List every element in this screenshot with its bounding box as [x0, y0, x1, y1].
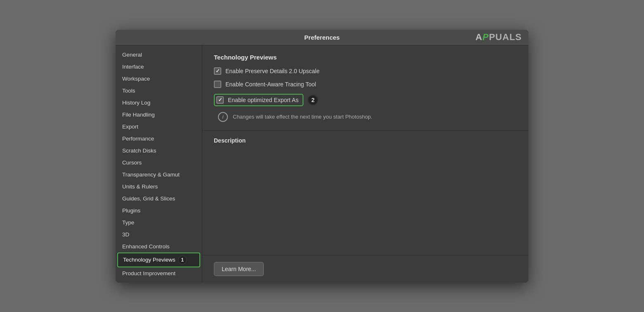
step-badge-2: 2 — [308, 95, 318, 105]
sidebar-item-3d[interactable]: 3D — [116, 229, 202, 241]
option-content-aware: Enable Content-Aware Tracing Tool — [214, 81, 517, 88]
info-text: Changes will take effect the next time y… — [233, 114, 372, 120]
learn-more-button[interactable]: Learn More... — [214, 262, 264, 276]
sidebar: GeneralInterfaceWorkspaceToolsHistory Lo… — [116, 45, 202, 283]
sidebar-item-scratch-disks[interactable]: Scratch Disks — [116, 145, 202, 157]
description-title: Description — [214, 137, 517, 144]
info-row: i Changes will take effect the next time… — [218, 112, 517, 122]
preserve-details-checkbox[interactable] — [214, 67, 221, 75]
option-preserve-details: Enable Preserve Details 2.0 Upscale — [214, 67, 517, 75]
watermark: APPUALS — [476, 32, 522, 43]
sidebar-item-performance[interactable]: Performance — [116, 133, 202, 145]
step-badge-1: 1 — [178, 255, 187, 264]
title-bar: Preferences APPUALS — [116, 30, 528, 45]
highlighted-row: Enable optimized Export As 2 — [214, 94, 318, 106]
sidebar-item-guides-grid[interactable]: Guides, Grid & Slices — [116, 193, 202, 205]
sidebar-item-workspace[interactable]: Workspace — [116, 73, 202, 85]
window-title: Preferences — [304, 34, 340, 41]
content-aware-text: Enable Content-Aware Tracing Tool — [225, 81, 316, 88]
sidebar-item-cursors[interactable]: Cursors — [116, 157, 202, 169]
info-icon: i — [218, 112, 228, 122]
highlighted-box: Enable optimized Export As — [214, 94, 303, 106]
sidebar-item-plugins[interactable]: Plugins — [116, 205, 202, 217]
sidebar-item-label: Technology Previews — [123, 257, 175, 263]
technology-previews-section: Technology Previews Enable Preserve Deta… — [202, 45, 528, 131]
optimized-export-label[interactable]: Enable optimized Export As — [216, 96, 298, 104]
sidebar-item-general[interactable]: General — [116, 49, 202, 61]
sidebar-item-technology-previews[interactable]: Technology Previews1 — [117, 252, 200, 267]
preserve-details-text: Enable Preserve Details 2.0 Upscale — [225, 68, 320, 74]
optimized-export-checkbox[interactable] — [216, 96, 224, 104]
section-title: Technology Previews — [214, 54, 517, 61]
content-aware-checkbox[interactable] — [214, 81, 221, 88]
main-content: Technology Previews Enable Preserve Deta… — [202, 45, 528, 283]
sidebar-item-product-improvement[interactable]: Product Improvement — [116, 267, 202, 279]
sidebar-item-file-handling[interactable]: File Handling — [116, 109, 202, 121]
sidebar-item-transparency-gamut[interactable]: Transparency & Gamut — [116, 169, 202, 181]
sidebar-badge-wrapper: Technology Previews1 — [123, 255, 194, 264]
preferences-window: Preferences APPUALS GeneralInterfaceWork… — [116, 30, 528, 283]
sidebar-item-type[interactable]: Type — [116, 217, 202, 229]
description-section: Description — [202, 131, 528, 255]
sidebar-item-enhanced-controls[interactable]: Enhanced Controls — [116, 241, 202, 252]
sidebar-item-units-rulers[interactable]: Units & Rulers — [116, 181, 202, 193]
content-aware-label[interactable]: Enable Content-Aware Tracing Tool — [214, 81, 316, 88]
sidebar-item-export[interactable]: Export — [116, 121, 202, 133]
sidebar-item-history-log[interactable]: History Log — [116, 97, 202, 109]
option-optimized-export: Enable optimized Export As 2 — [214, 94, 517, 106]
optimized-export-text: Enable optimized Export As — [228, 97, 298, 103]
content-area: GeneralInterfaceWorkspaceToolsHistory Lo… — [116, 45, 528, 283]
sidebar-item-tools[interactable]: Tools — [116, 85, 202, 97]
footer: Learn More... — [202, 255, 528, 283]
preserve-details-label[interactable]: Enable Preserve Details 2.0 Upscale — [214, 67, 320, 75]
sidebar-item-interface[interactable]: Interface — [116, 61, 202, 73]
